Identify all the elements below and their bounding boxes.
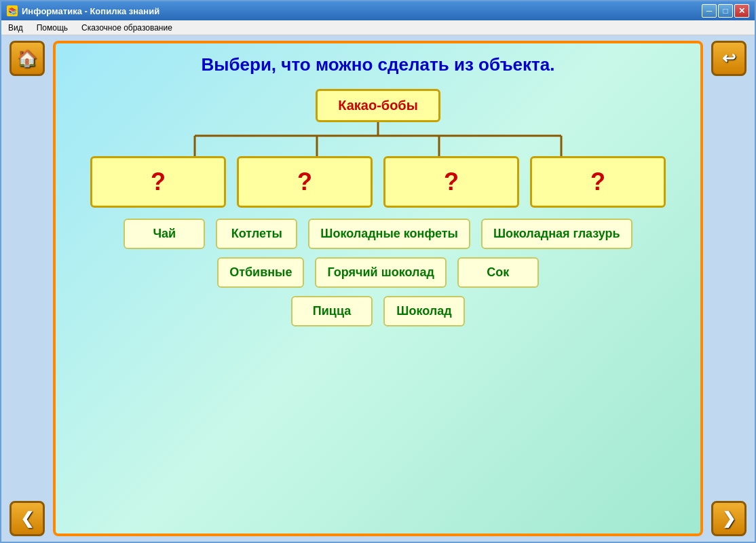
prev-icon: ❮ xyxy=(20,509,34,528)
window-controls: ─ □ ✕ xyxy=(702,4,749,18)
content-area: 🏠 ❮ Выбери, что можно сделать из объекта… xyxy=(1,35,755,542)
answers-row-2: Отбивные Горячий шоколад Сок xyxy=(67,257,689,288)
answer-chai[interactable]: Чай xyxy=(124,219,205,249)
child-node-1[interactable]: ? xyxy=(90,156,226,208)
minimize-button[interactable]: ─ xyxy=(702,4,717,18)
child-node-4[interactable]: ? xyxy=(530,156,666,208)
menu-vid[interactable]: Вид xyxy=(4,22,27,34)
answer-otbivnye[interactable]: Отбивные xyxy=(217,257,304,288)
root-node: Какао-бобы xyxy=(316,89,440,122)
next-button[interactable]: ❯ xyxy=(711,501,746,536)
children-row: ? ? ? ? xyxy=(67,156,689,208)
back-icon: ↩ xyxy=(722,49,736,68)
tree-lines-top xyxy=(67,122,689,156)
menu-fairy[interactable]: Сказочное образование xyxy=(77,22,176,34)
answer-shokolad[interactable]: Шоколад xyxy=(383,296,465,326)
answer-konfety[interactable]: Шоколадные конфеты xyxy=(308,219,470,249)
tree-container: Какао-бобы ? ? ? xyxy=(67,89,689,523)
maximize-button[interactable]: □ xyxy=(718,4,733,18)
right-nav: ↩ ❯ xyxy=(708,41,749,536)
child-node-3[interactable]: ? xyxy=(383,156,519,208)
prev-button[interactable]: ❮ xyxy=(10,501,45,536)
answer-kotlety[interactable]: Котлеты xyxy=(216,219,297,249)
window-title: Информатика - Копилка знаний xyxy=(22,6,159,16)
answers-row-1: Чай Котлеты Шоколадные конфеты Шоколадна… xyxy=(67,219,689,249)
home-button[interactable]: 🏠 xyxy=(10,41,45,76)
answer-pizza[interactable]: Пицца xyxy=(291,296,373,326)
answer-sok[interactable]: Сок xyxy=(457,257,539,288)
child-node-2[interactable]: ? xyxy=(237,156,373,208)
answers-row-3: Пицца Шоколад xyxy=(67,296,689,326)
next-icon: ❯ xyxy=(722,509,736,528)
back-button[interactable]: ↩ xyxy=(711,41,746,76)
answer-glazur[interactable]: Шоколадная глазурь xyxy=(481,219,632,249)
main-panel: Выбери, что можно сделать из объекта. Ка… xyxy=(53,41,703,536)
answer-shokolad-hot[interactable]: Горячий шоколад xyxy=(315,257,446,288)
home-icon: 🏠 xyxy=(17,49,37,68)
page-title: Выбери, что можно сделать из объекта. xyxy=(202,54,555,75)
menu-bar: Вид Помощь Сказочное образование xyxy=(1,20,755,35)
left-nav: 🏠 ❮ xyxy=(7,41,48,536)
answers-area: Чай Котлеты Шоколадные конфеты Шоколадна… xyxy=(67,219,689,335)
close-button[interactable]: ✕ xyxy=(734,4,749,18)
menu-help[interactable]: Помощь xyxy=(33,22,72,34)
title-bar: 📚 Информатика - Копилка знаний ─ □ ✕ xyxy=(1,1,755,20)
app-icon: 📚 xyxy=(7,5,18,16)
main-window: 📚 Информатика - Копилка знаний ─ □ ✕ Вид… xyxy=(0,0,756,543)
